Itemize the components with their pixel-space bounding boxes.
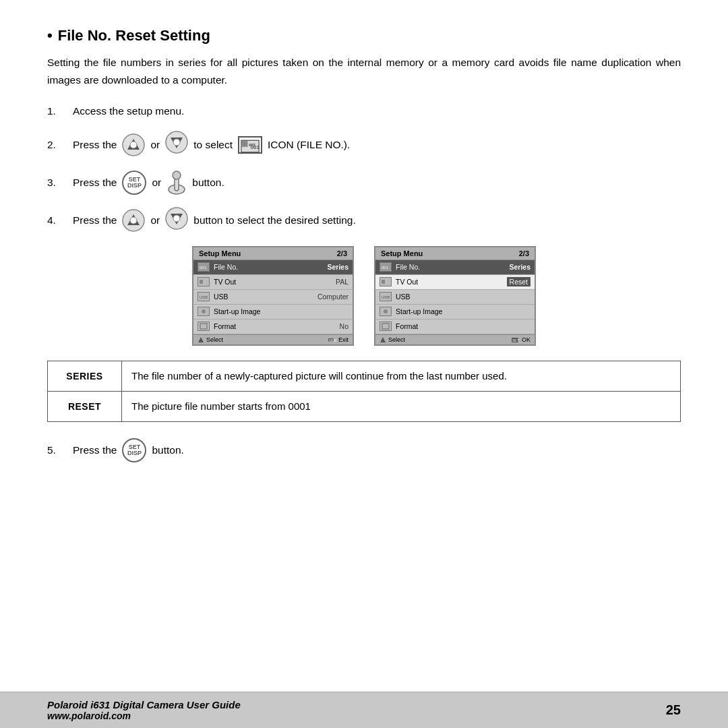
- screen-1-footer-right: MENU Exit: [328, 336, 348, 343]
- set-disp-icon: SETDISP: [122, 171, 146, 195]
- screen-2-footer: Select SET OK: [375, 334, 535, 344]
- step-4: 4. Press the or button to select the des…: [47, 207, 681, 234]
- screen-1-row-2: USB USB Computer: [193, 290, 353, 305]
- step-2: 2. Press the or to select: [47, 131, 681, 158]
- step-1: 1. Access the setup menu.: [47, 103, 681, 119]
- screen-1-title: Setup Menu: [199, 249, 241, 257]
- step-2-num: 2.: [47, 137, 66, 152]
- screen-1-page: 2/3: [337, 249, 347, 257]
- step-4-or: or: [150, 212, 160, 228]
- screen-1-row-3: Start-up Image: [193, 305, 353, 320]
- svg-point-25: [202, 309, 206, 313]
- screen-2-header: Setup Menu 2/3: [375, 247, 535, 260]
- screen-2-title: Setup Menu: [381, 249, 423, 257]
- screen-1-footer: Select MENU Exit: [193, 334, 353, 344]
- svg-rect-21: [200, 280, 203, 284]
- reset-label: RESET: [48, 391, 122, 421]
- s2-row-icon-3: [380, 307, 392, 316]
- s2-row-label-0: File No.: [396, 263, 505, 271]
- s2-row-value-0: Series: [509, 263, 530, 271]
- screen-2-footer-right: SET OK: [512, 336, 530, 343]
- row-label-3: Start-up Image: [214, 307, 344, 315]
- screenshots-area: Setup Menu 2/3 001 File No. Series TV Ou…: [47, 246, 681, 346]
- screen-1-row-0: 001 File No. Series: [193, 260, 353, 275]
- screen-1-row-1: TV Out PAL: [193, 275, 353, 290]
- step-4-text-before: Press the: [73, 212, 117, 228]
- step-3-text-after: button.: [192, 175, 224, 190]
- screen-2-footer-left: Select: [380, 336, 405, 343]
- step-2-icon-label: ICON (FILE NO.).: [268, 137, 350, 152]
- screen-2-row-1: TV Out Reset: [375, 275, 535, 290]
- series-label: SERIES: [48, 361, 122, 391]
- svg-text:001: 001: [382, 266, 389, 270]
- row-value-4: No: [340, 322, 348, 330]
- svg-text:USB: USB: [200, 295, 208, 299]
- step-1-text: Access the setup menu.: [73, 103, 184, 119]
- down-arrow-icon: [165, 131, 188, 158]
- row-icon-1: [198, 277, 210, 286]
- svg-marker-41: [380, 337, 386, 342]
- svg-point-11: [173, 171, 181, 179]
- svg-rect-7: [242, 141, 248, 147]
- page-footer: Polaroid i631 Digital Camera User Guide …: [0, 692, 728, 728]
- s2-row-icon-2: USB: [380, 292, 392, 301]
- screen-1: Setup Menu 2/3 001 File No. Series TV Ou…: [192, 246, 354, 346]
- s2-row-icon-1: [380, 277, 392, 286]
- step-5-num: 5.: [47, 442, 66, 458]
- step5-set-disp-icon: SETDISP: [122, 438, 146, 462]
- step-3-or: or: [152, 175, 161, 190]
- footer-brand-line2: www.polaroid.com: [47, 710, 241, 721]
- step-1-num: 1.: [47, 103, 66, 119]
- footer-brand-line1: Polaroid i631 Digital Camera User Guide: [47, 699, 241, 710]
- svg-point-2: [130, 142, 137, 148]
- joystick-icon: [166, 171, 187, 195]
- svg-point-14: [130, 217, 137, 224]
- svg-text:USB: USB: [382, 295, 390, 299]
- footer-brand: Polaroid i631 Digital Camera User Guide …: [47, 699, 241, 721]
- step-2-or: or: [150, 137, 160, 152]
- step-3: 3. Press the SETDISP or button.: [47, 171, 681, 195]
- row-icon-3: [198, 307, 210, 316]
- svg-marker-28: [198, 337, 204, 342]
- step-5-text-before: Press the: [73, 442, 117, 458]
- step-5-text-after: button.: [152, 442, 183, 458]
- step-4-content: Press the or button to select the desire…: [73, 207, 356, 234]
- step-3-content: Press the SETDISP or button.: [73, 171, 224, 195]
- screen-1-footer-left: Select: [198, 336, 223, 343]
- series-desc: The file number of a newly-captured pict…: [122, 361, 681, 391]
- screen-2: Setup Menu 2/3 001 File No. Series TV Ou…: [374, 246, 536, 346]
- row-icon-2: USB: [198, 292, 210, 301]
- step-4-text-after: button to select the desired setting.: [193, 212, 355, 228]
- row-label-1: TV Out: [214, 278, 332, 286]
- screen-2-page: 2/3: [519, 249, 529, 257]
- svg-point-38: [384, 309, 388, 313]
- step-4-num: 4.: [47, 212, 66, 228]
- step-5-content: Press the SETDISP button.: [73, 438, 184, 462]
- screen-1-row-4: Format No: [193, 320, 353, 334]
- svg-point-17: [173, 215, 180, 222]
- step-2-text-after: to select: [193, 137, 233, 152]
- s2-row-label-3: Start-up Image: [396, 307, 526, 315]
- screen-2-row-4: Format: [375, 320, 535, 334]
- row-label-0: File No.: [214, 263, 323, 271]
- reset-desc: The picture file number starts from 0001: [122, 391, 681, 421]
- screen-1-header: Setup Menu 2/3: [193, 247, 353, 260]
- row-icon-4: [198, 322, 210, 331]
- s2-row-label-4: Format: [396, 322, 526, 330]
- row-value-1: PAL: [336, 278, 348, 286]
- svg-point-5: [173, 139, 180, 146]
- svg-text:SET: SET: [512, 338, 519, 342]
- row-icon-0: 001: [198, 262, 210, 272]
- s2-row-label-2: USB: [396, 293, 526, 301]
- table-row-series: SERIES The file number of a newly-captur…: [48, 361, 681, 391]
- footer-page-number: 25: [666, 702, 681, 718]
- svg-rect-34: [382, 280, 385, 284]
- intro-paragraph: Setting the file numbers in series for a…: [47, 54, 681, 88]
- step4-up-arrow-icon: [122, 209, 145, 232]
- info-table: SERIES The file number of a newly-captur…: [47, 361, 681, 422]
- row-value-2: Computer: [317, 293, 348, 301]
- title-text: File No. Reset Setting: [58, 27, 210, 44]
- step-2-content: Press the or to select: [73, 131, 350, 158]
- screen-2-row-3: Start-up Image: [375, 305, 535, 320]
- step-3-num: 3.: [47, 175, 66, 190]
